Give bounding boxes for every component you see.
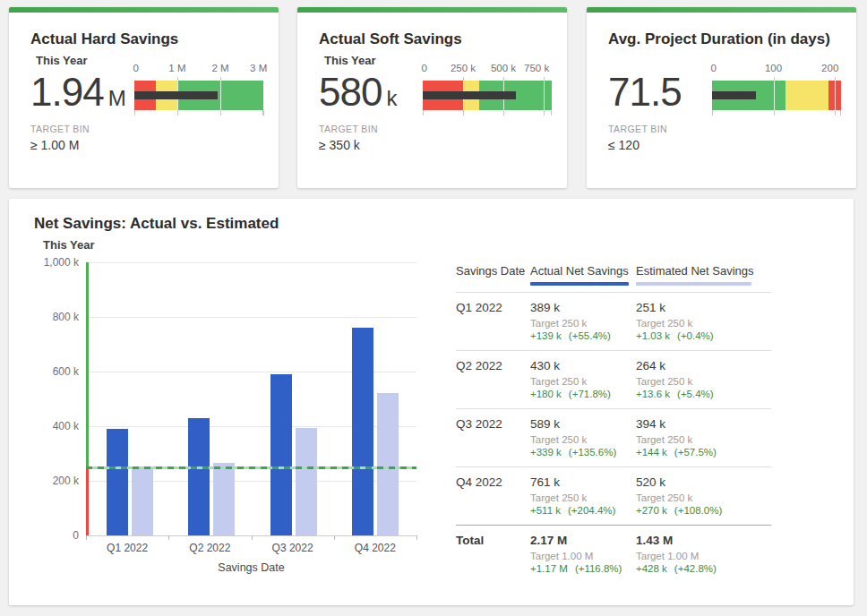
estimated-total-target: Target 1.00 M xyxy=(636,551,771,562)
actual-value: 430 k xyxy=(530,359,636,373)
actual-target: Target 250 k xyxy=(530,492,636,504)
bullet-segment-yellow xyxy=(785,81,828,110)
net-savings-bar-chart: Savings Date 1,000 k800 k600 k400 k200 k… xyxy=(86,262,416,535)
bar-actual[interactable] xyxy=(270,374,292,535)
row-date: Q4 2022 xyxy=(456,475,530,517)
bullet-chart: 0100200 xyxy=(712,63,841,116)
actual-cell: 589 k Target 250 k +339 k(+135.6%) xyxy=(530,417,636,458)
table-header-row: Savings Date Actual Net Savings Estimate… xyxy=(456,264,771,286)
actual-value: 761 k xyxy=(530,475,636,490)
kpi-value-number: 1.94 xyxy=(30,70,104,114)
bullet-tick-label: 100 xyxy=(765,63,782,73)
target-bin-value: ≥ 1.00 M xyxy=(30,138,79,152)
actual-total-value: 2.17 M xyxy=(530,534,636,548)
actual-target: Target 250 k xyxy=(530,318,636,329)
row-date: Q3 2022 xyxy=(456,417,530,458)
column-header-savings-date[interactable]: Savings Date xyxy=(456,264,530,286)
bullet-tick-mark xyxy=(835,77,836,81)
target-bin-label: TARGET BIN xyxy=(608,124,667,134)
delta-abs: +270 k xyxy=(636,505,667,516)
kpi-value-unit: M xyxy=(108,86,126,110)
estimated-target: Target 250 k xyxy=(636,376,771,388)
delta-pct: (+204.4%) xyxy=(568,505,615,516)
bar-estimated[interactable] xyxy=(377,393,399,535)
table-row[interactable]: Q2 2022 430 k Target 250 k +180 k(+71.8%… xyxy=(456,350,771,408)
bullet-tick-label: 1 M xyxy=(168,63,185,73)
actual-delta: +511 k(+204.4%) xyxy=(530,505,636,517)
bullet-measure-bar xyxy=(712,91,756,99)
actual-target: Target 250 k xyxy=(530,434,636,446)
bullet-chart: 0250 k500 k750 k xyxy=(423,63,552,116)
column-header-estimated[interactable]: Estimated Net Savings xyxy=(636,264,771,286)
bullet-tick-mark xyxy=(177,77,178,81)
net-savings-table: Savings Date Actual Net Savings Estimate… xyxy=(456,264,771,583)
bullet-tick-label: 250 k xyxy=(451,63,476,73)
bullet-tick-label: 200 xyxy=(821,63,838,73)
delta-abs: +428 k xyxy=(636,563,667,574)
estimated-target: Target 250 k xyxy=(636,492,771,504)
bullet-tick-mark xyxy=(551,110,552,116)
x-axis-tick-mark xyxy=(252,535,253,540)
y-axis-tick-label: 800 k xyxy=(23,311,79,323)
kpi-value-unit: k xyxy=(386,86,397,110)
column-header-actual[interactable]: Actual Net Savings xyxy=(530,264,636,286)
table-row[interactable]: Q1 2022 389 k Target 250 k +139 k(+55.4%… xyxy=(456,292,771,350)
estimated-delta: +13.6 k(+5.4%) xyxy=(636,389,771,400)
x-axis-tick-mark xyxy=(334,535,335,540)
delta-pct: (+42.8%) xyxy=(674,563,717,574)
kpi-card-project-duration: Avg. Project Duration (in days) 71.5 010… xyxy=(587,7,856,188)
table-total-row: Total 2.17 M Target 1.00 M +1.17 M(+116.… xyxy=(456,525,771,583)
x-axis-tick-label: Q1 2022 xyxy=(107,542,148,554)
kpi-value-number: 71.5 xyxy=(608,70,682,114)
kpi-value: 580k xyxy=(319,70,397,115)
y-axis-tick-label: 200 k xyxy=(23,475,79,487)
bullet-tick-mark xyxy=(835,81,836,110)
bar-estimated[interactable] xyxy=(296,428,317,535)
bar-actual[interactable] xyxy=(188,418,210,535)
x-axis-tick-label: Q4 2022 xyxy=(355,542,396,554)
bullet-tick-mark xyxy=(503,77,504,81)
target-bin-label: TARGET BIN xyxy=(319,124,378,134)
bar-actual[interactable] xyxy=(107,429,128,535)
delta-pct: (+55.4%) xyxy=(569,330,611,341)
estimated-value: 264 k xyxy=(636,359,771,373)
estimated-delta: +270 k(+108.0%) xyxy=(636,505,771,517)
estimated-target: Target 250 k xyxy=(636,318,771,329)
bullet-tick-label: 2 M xyxy=(211,63,228,73)
kpi-value-number: 580 xyxy=(319,70,382,114)
bullet-tick-mark xyxy=(712,110,713,116)
bullet-tick-mark xyxy=(835,110,836,116)
bullet-tick-mark xyxy=(220,81,221,110)
bullet-tick-label: 500 k xyxy=(491,63,516,73)
actual-target: Target 250 k xyxy=(530,376,636,388)
estimated-cell: 264 k Target 250 k +13.6 k(+5.4%) xyxy=(636,359,771,400)
kpi-title: Actual Hard Savings xyxy=(30,30,178,48)
bullet-tick-mark xyxy=(262,110,263,116)
bullet-bar xyxy=(423,81,552,110)
bar-group xyxy=(253,262,335,535)
estimated-value: 251 k xyxy=(636,301,771,315)
bullet-bar xyxy=(134,81,263,110)
bar-group xyxy=(171,262,253,535)
delta-abs: +339 k xyxy=(530,447,562,458)
bullet-tick-mark xyxy=(220,77,221,81)
bullet-tick-label: 0 xyxy=(133,63,138,73)
y-axis-tick-label: 400 k xyxy=(23,420,79,432)
bullet-chart: 01 M2 M3 M xyxy=(134,63,263,116)
delta-pct: (+0.4%) xyxy=(677,330,714,341)
bar-actual[interactable] xyxy=(352,328,373,535)
table-row[interactable]: Q3 2022 589 k Target 250 k +339 k(+135.6… xyxy=(456,408,771,466)
table-row[interactable]: Q4 2022 761 k Target 250 k +511 k(+204.4… xyxy=(456,466,771,525)
bullet-tick-label: 3 M xyxy=(250,63,267,73)
bar-estimated[interactable] xyxy=(213,463,235,535)
bar-estimated[interactable] xyxy=(132,466,153,535)
bar-group xyxy=(89,262,171,535)
bullet-tick-mark xyxy=(177,110,178,116)
bullet-tick-mark xyxy=(503,110,504,116)
actual-total-delta: +1.17 M(+116.8%) xyxy=(530,563,636,575)
estimated-cell: 251 k Target 250 k +1.03 k(+0.4%) xyxy=(636,301,771,342)
delta-pct: (+71.8%) xyxy=(569,389,611,399)
bullet-tick-mark xyxy=(544,81,545,110)
x-axis-tick-label: Q3 2022 xyxy=(272,542,313,554)
actual-cell: 430 k Target 250 k +180 k(+71.8%) xyxy=(530,359,636,400)
